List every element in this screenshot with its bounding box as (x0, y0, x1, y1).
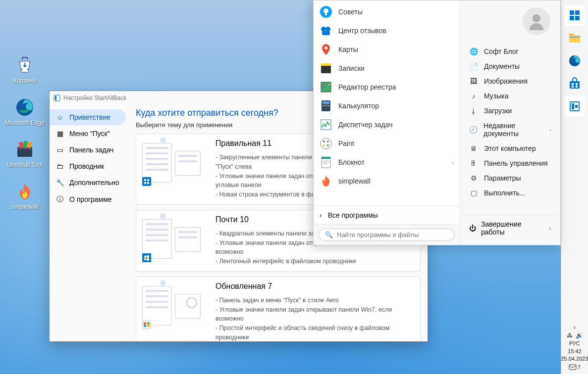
start-link-web[interactable]: 🌐Софт Блог (462, 44, 558, 59)
app-label: Paint (338, 140, 354, 147)
power-button[interactable]: ⏻ Завершение работы › (462, 215, 558, 241)
start-app-regedit[interactable]: Редактор реестра (314, 78, 460, 96)
start-app-fire[interactable]: simplewall (314, 172, 460, 190)
desktop-icon-label: simplewall (11, 203, 38, 210)
gear-icon: ⚙ (469, 174, 478, 182)
start-link-gear[interactable]: ⚙Параметры (462, 171, 558, 186)
start-link-music[interactable]: ♪Музыка (462, 89, 558, 103)
start-app-feedback[interactable]: Центр отзывов (314, 21, 460, 40)
chevron-right-icon: › (549, 224, 551, 232)
win10-logo-icon (142, 253, 151, 262)
svg-point-38 (322, 84, 324, 86)
settings-sidebar: ☺ Приветствие ▦ Меню "Пуск" ▭ Панель зад… (50, 105, 129, 341)
edge-taskbar-button[interactable] (564, 50, 585, 71)
start-app-pin[interactable]: Карты (314, 40, 460, 59)
start-app-notepad[interactable]: Блокнот› (314, 153, 460, 172)
desktop-icon-edge[interactable]: Microsoft Edge (0, 96, 50, 126)
start-link-control[interactable]: 🎚Панель управления (462, 156, 558, 171)
theme-title: Обновленная 7 (215, 282, 414, 291)
doc-icon: 📄 (469, 62, 478, 70)
smile-icon: ☺ (55, 113, 64, 121)
startallback-taskbar-button[interactable] (564, 96, 585, 117)
svg-rect-20 (575, 105, 578, 108)
app-label: Записки (338, 64, 365, 72)
start-app-bulb[interactable]: Советы (314, 2, 460, 21)
svg-point-42 (325, 87, 327, 89)
svg-rect-15 (576, 83, 578, 85)
theme-card-win7[interactable]: Обновленная 7 - Панель задач и меню "Пус… (136, 277, 421, 341)
music-icon: ♪ (469, 92, 478, 100)
search-box[interactable]: 🔍 (319, 229, 455, 241)
sidebar-item-advanced[interactable]: 🔧 Дополнительно (50, 175, 126, 190)
svg-rect-9 (575, 16, 580, 20)
sidebar-item-taskbar[interactable]: ▭ Панель задач (50, 142, 126, 158)
run-icon: ▢ (469, 189, 478, 197)
start-link-doc[interactable]: 📄Документы (462, 59, 558, 74)
start-app-paint[interactable]: Paint (314, 134, 460, 153)
start-app-taskmgr[interactable]: Диспетчер задач (314, 115, 460, 134)
control-icon: 🎚 (469, 159, 478, 167)
svg-rect-18 (570, 102, 579, 111)
svg-point-40 (328, 84, 330, 86)
user-avatar[interactable] (523, 7, 550, 35)
desktop-icon-simplewall[interactable]: simplewall (0, 181, 50, 210)
app-label: Советы (338, 8, 363, 16)
svg-rect-44 (322, 101, 329, 104)
tray-expand-button[interactable]: ‹ (574, 323, 576, 331)
theme-line: - Простой интерфейс и область сведений с… (215, 324, 414, 341)
bulb-icon (320, 5, 332, 18)
app-label: Диспетчер задач (338, 121, 393, 129)
sidebar-item-explorer[interactable]: 🗀 Проводник (50, 158, 126, 174)
svg-rect-7 (575, 10, 580, 15)
app-label: Карты (338, 46, 358, 53)
paint-icon (320, 137, 332, 150)
start-link-image[interactable]: 🖼Изображения (462, 74, 558, 89)
language-indicator[interactable]: РУС (569, 340, 580, 347)
power-label: Завершение работы (481, 220, 544, 236)
sticky-icon (320, 62, 332, 75)
svg-point-31 (321, 27, 326, 32)
sidebar-item-welcome[interactable]: ☺ Приветствие (50, 109, 126, 125)
desktop-icon-recycle-bin[interactable]: Корзина (0, 54, 50, 84)
network-icon[interactable]: 🖧 (567, 332, 573, 339)
app-label: simplewall (338, 177, 371, 185)
file-explorer-button[interactable] (564, 28, 585, 48)
svg-point-29 (323, 8, 328, 13)
svg-rect-24 (144, 179, 146, 181)
svg-rect-25 (147, 179, 149, 181)
sidebar-item-about[interactable]: ⓘ О программе (50, 191, 126, 208)
app-icon (53, 94, 60, 101)
desktop-icon-uninstall-tool[interactable]: Uninstall Tool (0, 139, 50, 168)
taskmgr-icon (320, 118, 332, 131)
start-menu-links-pane: 🌐Софт Блог📄Документы🖼Изображения♪Музыка⭳… (460, 0, 560, 245)
start-app-sticky[interactable]: Записки (314, 59, 460, 78)
svg-rect-46 (325, 105, 327, 106)
svg-rect-33 (322, 31, 330, 35)
start-link-pc[interactable]: 🖥Этот компьютер (462, 141, 558, 156)
clock-time: 15:42 (561, 348, 588, 355)
clock[interactable]: 15:42 25.04.2023 (561, 348, 588, 362)
notification-badge: 7 (578, 365, 581, 370)
theme-thumbnail (142, 282, 207, 329)
pc-icon: 🖥 (469, 144, 478, 152)
start-link-run[interactable]: ▢Выполнить... (462, 186, 558, 200)
start-button[interactable] (564, 5, 585, 26)
link-label: Параметры (484, 174, 521, 182)
all-programs-button[interactable]: › Все программы (314, 206, 460, 224)
start-link-download[interactable]: ⭳Загрузки (462, 103, 558, 118)
web-icon: 🌐 (469, 47, 478, 55)
search-input[interactable] (337, 231, 448, 238)
desktop: Корзина Microsoft Edge Uninstall Tool si… (0, 0, 50, 223)
start-app-calc[interactable]: Калькулятор (314, 96, 460, 115)
volume-icon[interactable]: 🔊 (576, 332, 583, 339)
theme-thumbnail (142, 215, 207, 262)
notifications-button[interactable]: 7 (569, 363, 581, 371)
theme-thumbnail (142, 139, 207, 186)
svg-rect-23 (55, 96, 56, 100)
store-button[interactable] (564, 73, 585, 94)
sidebar-item-startmenu[interactable]: ▦ Меню "Пуск" (50, 126, 126, 141)
fire-icon (320, 175, 332, 187)
start-link-recent[interactable]: 🕘Недавние документы› (462, 118, 558, 141)
system-tray[interactable]: 🖧 🔊 (567, 332, 583, 339)
svg-point-53 (327, 144, 329, 146)
